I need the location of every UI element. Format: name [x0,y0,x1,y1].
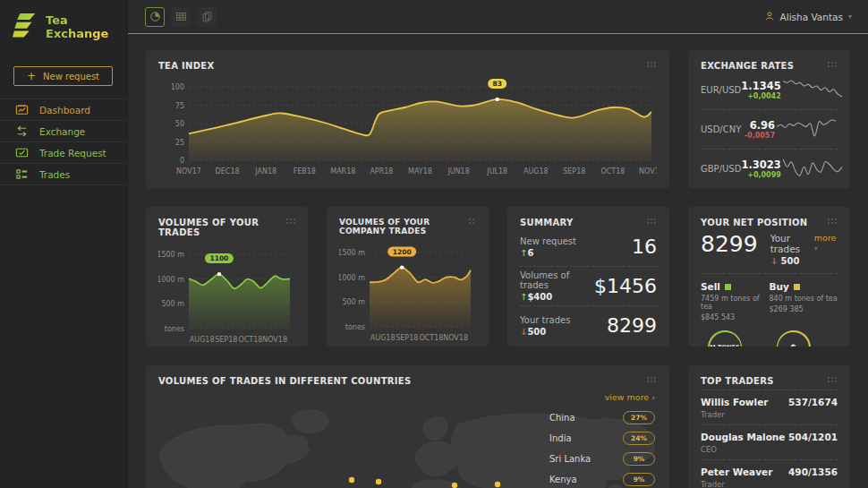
rate-change: +0,0042 [747,92,781,100]
trader-score: 537/1674 [788,397,838,407]
copy-view-button[interactable] [197,7,217,27]
logo-icon [13,13,38,43]
sell-amount: $845 543 [701,313,770,321]
sidebar-item-dashboard[interactable]: Dashboard [0,98,127,120]
view-more-link[interactable]: view more › [549,392,655,402]
buy-label: Buy [770,281,789,292]
panel-summary: SUMMARY New request ↑6 16 Volumes of tra… [507,207,669,347]
panel-tea-index: TEA INDEX 83 1007550250NOV17DEC18JAN18FE… [146,50,669,188]
svg-text:SEP18: SEP18 [563,167,585,176]
map-dot[interactable] [452,483,457,488]
sidebar: Tea Exchange + New request Dashboard Exc… [0,0,128,488]
table-view-button[interactable] [171,7,191,27]
rate-sparkline [781,157,844,182]
map-dot[interactable] [349,477,354,483]
trader-row[interactable]: Peter Weaver 490/1356 Trader [701,459,838,488]
user-menu[interactable]: Alisha Vantas ▾ [764,11,852,23]
map-dot[interactable] [495,482,500,487]
svg-text:FEB18: FEB18 [294,167,316,176]
currency-pair: USD/CNY [701,124,741,134]
chevron-down-icon: ▾ [848,13,852,21]
svg-text:NOV17: NOV17 [176,167,201,176]
sell-color-square [725,284,731,290]
country-name: Sri Lanka [549,454,591,464]
country-share-badge: 24% [623,432,655,445]
svg-text:JUN18: JUN18 [447,167,469,176]
svg-text:SEP18: SEP18 [396,334,418,342]
svg-text:1000 m: 1000 m [339,274,365,282]
panel-title: TEA INDEX [158,61,215,71]
trader-score: 504/1201 [788,432,838,442]
volumes-company-trades-chart[interactable]: 1200 1500 m1000 m500 mtonesAUG18SEP18OCT… [339,239,476,347]
trade-request-icon [15,146,29,159]
volumes-your-trades-chart[interactable]: 1100 1500 m1000 m500 mtonesAUG18SEP18OCT… [158,241,295,347]
drag-handle-icon[interactable] [646,61,657,69]
trader-row[interactable]: Douglas Malone 504/1201 CEO [701,424,838,459]
user-name: Alisha Vantas [780,12,843,22]
svg-text:NOV18: NOV18 [639,167,657,176]
svg-text:500 m: 500 m [342,298,365,306]
rate-row: USD/CNY 6.96 -0,0057 [701,110,838,150]
trader-row[interactable]: Willis Fowler 537/1674 Trader [701,390,838,424]
summary-row: New request ↑6 16 [520,227,657,267]
panel-exchange-rates: EXCHANGE RATES EUR/USD 1.1345 +0,0042 US… [688,50,850,188]
trader-score: 490/1356 [788,467,838,477]
drag-handle-icon[interactable] [646,376,657,384]
sidebar-item-trade-request[interactable]: Trade Request [0,141,127,163]
panel-net-position: YOUR NET POSITION 8299 Your trades ↓ 500… [688,207,850,347]
panel-volumes-your-trades: VOLUMES OF YOUR TRADES 1100 1500 m1000 m… [146,207,308,347]
trader-name: Peter Weaver [701,467,772,477]
svg-text:tones: tones [345,323,365,331]
app-logo: Tea Exchange [0,0,127,43]
svg-text:MAY18: MAY18 [408,167,432,176]
drag-handle-icon[interactable] [285,218,295,226]
drag-handle-icon[interactable] [646,218,657,226]
svg-text:83: 83 [492,80,501,88]
tea-index-chart[interactable]: 83 1007550250NOV17DEC18JAN18FEB18MAR18AP… [158,74,657,184]
rate-change: +0,0099 [747,171,781,179]
app-title: Tea Exchange [46,14,108,41]
svg-text:75: 75 [175,102,184,110]
summary-label: Your trades [520,315,570,325]
trader-name: Willis Fowler [701,397,768,407]
panel-countries: VOLUMES OF TRADES IN DIFFERENT COUNTRIES [146,365,669,488]
drag-handle-icon[interactable] [827,218,838,226]
country-name: China [549,413,575,423]
panel-title: VOLUMES OF YOUR TRADES [158,218,285,237]
dashboard-icon [15,103,29,116]
m-tones-button[interactable]: M TONES [708,330,742,347]
svg-text:1500 m: 1500 m [339,249,365,257]
rate-value: 6.96 [750,119,775,132]
panel-title: VOLUMES OF YOUR COMPANY TRADES [339,218,468,235]
trader-role: CEO [701,445,838,454]
new-request-button[interactable]: + New request [13,66,113,86]
summary-change: 500 [527,327,546,337]
svg-text:1100: 1100 [209,254,228,262]
rate-row: EUR/USD 1.1345 +0,0042 [701,71,838,110]
country-row: Sri Lanka 9% [549,449,655,469]
dollar-button[interactable]: $ [777,330,811,347]
panel-title: VOLUMES OF TRADES IN DIFFERENT COUNTRIES [158,376,411,386]
sidebar-item-trades[interactable]: Trades [0,163,127,185]
summary-value: $1456 [594,275,657,297]
drag-handle-icon[interactable] [468,218,476,226]
net-position-sub-label: Your trades [770,233,814,254]
drag-handle-icon[interactable] [827,376,838,384]
summary-value: 16 [632,235,657,258]
svg-text:tones: tones [165,325,184,333]
drag-handle-icon[interactable] [827,61,838,69]
svg-text:OCT18: OCT18 [419,334,443,342]
map-dot[interactable] [376,479,381,484]
rate-sparkline [781,78,844,103]
gauge-view-button[interactable] [145,7,165,27]
sidebar-item-exchange[interactable]: Exchange [0,120,127,141]
svg-text:50: 50 [175,120,184,128]
currency-pair: EUR/USD [701,85,741,95]
summary-change: 6 [527,248,533,258]
svg-text:0: 0 [180,157,184,165]
topbar: Alisha Vantas ▾ [128,0,868,34]
country-name: India [549,433,572,443]
more-link[interactable]: more › [814,233,838,253]
summary-value: 8299 [607,314,657,337]
svg-text:JUL18: JUL18 [486,167,507,176]
